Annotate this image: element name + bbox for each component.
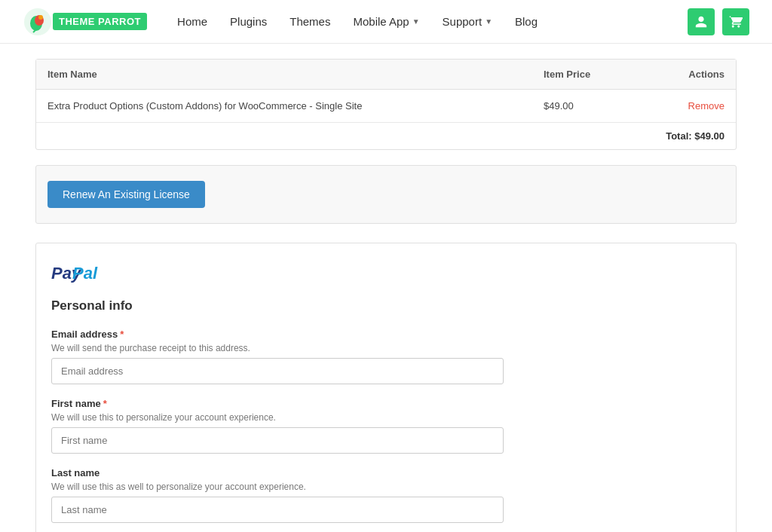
svg-point-3 bbox=[38, 15, 43, 20]
nav-home[interactable]: Home bbox=[177, 15, 207, 28]
support-arrow-icon: ▼ bbox=[485, 17, 492, 26]
order-table: Item Name Item Price Actions Extra Produ… bbox=[36, 60, 736, 149]
item-name-cell: Extra Product Options (Custom Addons) fo… bbox=[36, 90, 532, 123]
email-required: * bbox=[120, 329, 124, 340]
navbar-icons bbox=[688, 8, 749, 35]
nav-themes[interactable]: Themes bbox=[290, 15, 330, 28]
personal-info-section: Pay Pal Personal info Email address* We … bbox=[35, 243, 737, 532]
lastname-input[interactable] bbox=[51, 497, 504, 523]
remove-link[interactable]: Remove bbox=[688, 100, 725, 112]
firstname-input[interactable] bbox=[51, 427, 504, 454]
paypal-small-icon: Pay Pal bbox=[51, 262, 127, 285]
cart-icon-button[interactable] bbox=[722, 8, 749, 35]
personal-info-title: Personal info bbox=[51, 298, 721, 313]
renew-section: Renew An Existing License bbox=[35, 165, 737, 224]
item-actions-cell: Remove bbox=[645, 90, 736, 123]
email-hint: We will send the purchase receipt to thi… bbox=[51, 343, 721, 353]
email-group: Email address* We will send the purchase… bbox=[51, 329, 721, 384]
renew-license-button[interactable]: Renew An Existing License bbox=[47, 181, 205, 208]
table-row: Extra Product Options (Custom Addons) fo… bbox=[36, 90, 736, 123]
lastname-label: Last name bbox=[51, 467, 721, 478]
nav-plugins[interactable]: Plugins bbox=[230, 15, 267, 28]
lastname-hint: We will use this as well to personalize … bbox=[51, 482, 721, 492]
email-input[interactable] bbox=[51, 358, 504, 384]
item-price-cell: $49.00 bbox=[532, 90, 645, 123]
mobile-app-arrow-icon: ▼ bbox=[412, 17, 420, 26]
firstname-group: First name* We will use this to personal… bbox=[51, 398, 721, 454]
col-item-price: Item Price bbox=[532, 60, 645, 90]
email-label: Email address* bbox=[51, 329, 721, 340]
logo-text: THEME PARROT bbox=[53, 13, 147, 30]
user-icon-button[interactable] bbox=[688, 8, 715, 35]
nav-blog[interactable]: Blog bbox=[515, 15, 538, 28]
nav-support[interactable]: Support ▼ bbox=[443, 15, 492, 28]
logo[interactable]: THEME PARROT bbox=[23, 7, 147, 37]
firstname-label: First name* bbox=[51, 398, 721, 409]
col-actions: Actions bbox=[645, 60, 736, 90]
total-cell: Total: $49.00 bbox=[36, 123, 736, 150]
firstname-required: * bbox=[103, 398, 107, 409]
firstname-hint: We will use this to personalize your acc… bbox=[51, 412, 721, 423]
navbar: THEME PARROT Home Plugins Themes Mobile … bbox=[0, 0, 772, 44]
user-icon bbox=[694, 15, 708, 29]
navbar-links: Home Plugins Themes Mobile App ▼ Support… bbox=[177, 15, 688, 28]
order-table-container: Item Name Item Price Actions Extra Produ… bbox=[35, 59, 737, 150]
lastname-group: Last name We will use this as well to pe… bbox=[51, 467, 721, 523]
svg-text:Pal: Pal bbox=[72, 264, 98, 283]
cart-icon bbox=[729, 15, 743, 29]
main-content: Item Name Item Price Actions Extra Produ… bbox=[24, 44, 748, 532]
col-item-name: Item Name bbox=[36, 60, 532, 90]
logo-icon bbox=[23, 7, 53, 37]
total-row: Total: $49.00 bbox=[36, 123, 736, 150]
nav-mobile-app[interactable]: Mobile App ▼ bbox=[353, 15, 419, 28]
paypal-logo-small: Pay Pal bbox=[51, 262, 721, 287]
